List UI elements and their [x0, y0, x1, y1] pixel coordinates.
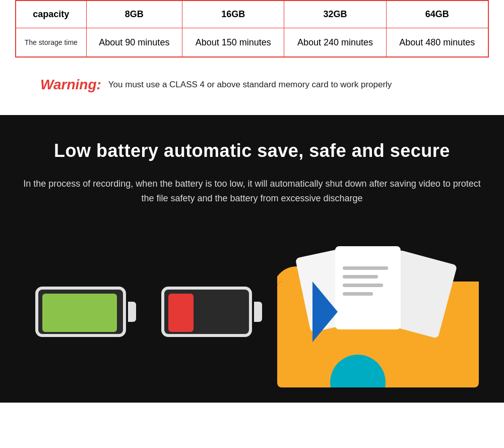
capacity-col4-header: 64GB: [386, 1, 488, 28]
warning-label: Warning:: [40, 77, 101, 93]
warning-section: Warning: You must use a CLASS 4 or above…: [15, 68, 489, 105]
dark-section-headline: Low battery automatic save, safe and sec…: [15, 140, 489, 161]
capacity-col1-header: 8GB: [86, 1, 182, 28]
battery-full: [35, 287, 136, 337]
doc-line-1: [343, 266, 388, 270]
capacity-col3-header: 32GB: [284, 1, 386, 28]
capacity-table: capacity 8GB 16GB 32GB 64GB The storage …: [15, 0, 489, 58]
doc-line-4: [343, 292, 373, 296]
top-section: capacity 8GB 16GB 32GB 64GB The storage …: [0, 0, 504, 115]
battery-fill-green: [42, 294, 117, 332]
folder-illustration: [257, 241, 479, 387]
storage-col2-value: About 150 minutes: [182, 28, 284, 58]
storage-time-label: The storage time: [16, 28, 86, 58]
dark-section-subtext: In the process of recording, when the ba…: [20, 177, 484, 206]
dark-section: Low battery automatic save, safe and sec…: [0, 115, 504, 403]
capacity-col2-header: 16GB: [182, 1, 284, 28]
doc-line-3: [343, 284, 383, 287]
battery-tip-full: [128, 302, 136, 322]
storage-col3-value: About 240 minutes: [284, 28, 386, 58]
doc-line-2: [343, 275, 378, 278]
warning-text: You must use a CLASS 4 or above standard…: [108, 80, 392, 90]
battery-body-full: [35, 287, 126, 337]
battery-fill-red: [168, 294, 194, 332]
capacity-header-label: capacity: [16, 1, 86, 28]
storage-col4-value: About 480 minutes: [386, 28, 488, 58]
battery-body-low: [161, 287, 252, 337]
folder-svg: [257, 241, 479, 387]
doc-card-front: [335, 246, 401, 329]
storage-col1-value: About 90 minutes: [86, 28, 182, 58]
battery-low: [161, 287, 262, 337]
